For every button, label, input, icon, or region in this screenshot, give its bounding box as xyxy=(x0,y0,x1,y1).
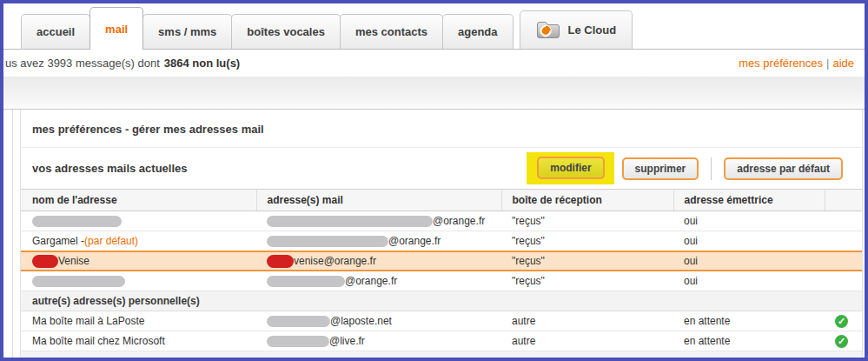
emitter-cell: oui xyxy=(673,231,825,252)
browser-screenshot-frame: accueil mail sms / mms boîtes vocales me… xyxy=(0,0,868,361)
redacted-mail-blob xyxy=(267,336,329,347)
toolbar-band xyxy=(3,77,865,110)
table-row-address-4[interactable]: @orange.fr "reçus" oui xyxy=(21,271,862,291)
header-mail: adresse(s) mail xyxy=(256,190,501,211)
table-header-row: nom de l'adresse adresse(s) mail boîte d… xyxy=(21,190,862,211)
header-status xyxy=(825,190,862,211)
address-actions: modifier supprimer adresse par défaut xyxy=(527,152,843,184)
reception-cell: autre xyxy=(501,331,673,351)
tab-mes-contacts-label: mes contacts xyxy=(355,25,427,38)
redacted-name-blob xyxy=(32,255,58,268)
section-title: vos adresses mails actuelles xyxy=(21,162,188,175)
aide-link[interactable]: aide xyxy=(832,57,854,70)
reception-cell: "reçus" xyxy=(501,211,673,231)
table-row-address-selected[interactable]: Venise venise@orange.fr "reçus" oui xyxy=(21,251,862,271)
tab-mail[interactable]: mail xyxy=(89,7,143,50)
modifier-button[interactable]: modifier xyxy=(537,157,604,179)
link-separator: | xyxy=(826,57,829,70)
tab-mail-label: mail xyxy=(105,23,128,36)
address-name: Gargamel - xyxy=(32,234,84,248)
table-row-address-default[interactable]: Gargamel - (par défaut) @orange.fr "reçu… xyxy=(21,231,862,252)
page-title: mes préférences - gérer mes adresses mai… xyxy=(21,110,862,147)
emitter-cell: oui xyxy=(673,211,825,231)
emitter-cell: oui xyxy=(673,271,825,291)
header-nom: nom de l'adresse xyxy=(21,190,256,211)
header-emettrice: adresse émettrice xyxy=(673,190,825,211)
mailbox-status-bar: us avez 3993 message(s) dont 3864 non lu… xyxy=(3,50,865,77)
tab-le-cloud[interactable]: Le Cloud xyxy=(520,10,633,49)
tab-boites-vocales-label: boîtes vocales xyxy=(247,25,325,38)
redacted-mail-blob xyxy=(267,316,330,327)
tab-accueil[interactable]: accueil xyxy=(21,14,90,49)
main-tab-bar: accueil mail sms / mms boîtes vocales me… xyxy=(3,3,865,50)
tab-agenda[interactable]: agenda xyxy=(442,14,514,49)
address-name: Venise xyxy=(58,254,89,268)
mes-preferences-link[interactable]: mes préférences xyxy=(739,57,823,70)
redacted-mail-blob xyxy=(267,276,345,287)
emitter-cell: en attente xyxy=(673,311,825,331)
redacted-mail-blob xyxy=(267,255,294,268)
tab-sms-mms[interactable]: sms / mms xyxy=(142,14,232,49)
addresses-table: nom de l'adresse adresse(s) mail boîte d… xyxy=(21,189,862,351)
redacted-name-blob xyxy=(32,276,125,287)
tab-agenda-label: agenda xyxy=(458,25,498,38)
verified-check-icon: ✓ xyxy=(835,335,848,348)
tab-sms-mms-label: sms / mms xyxy=(158,25,216,38)
mail-domain: @orange.fr xyxy=(388,234,441,248)
redacted-name-blob xyxy=(32,216,122,227)
panel-footer-strip xyxy=(21,351,862,358)
tab-accueil-label: accueil xyxy=(36,25,75,38)
reception-cell: autre xyxy=(501,311,673,331)
header-reception: boîte de réception xyxy=(501,190,673,211)
table-row-laposte[interactable]: Ma boîte mail à LaPoste @laposte.net aut… xyxy=(21,311,862,331)
cloud-folder-icon xyxy=(536,21,560,39)
group-header-label: autre(s) adresse(s) personnelle(s) xyxy=(21,291,862,311)
mail-address: venise@orange.fr xyxy=(294,254,376,268)
group-header-row: autre(s) adresse(s) personnelle(s) xyxy=(21,291,862,311)
reception-cell: "reçus" xyxy=(501,251,673,271)
tab-le-cloud-label: Le Cloud xyxy=(568,23,617,37)
status-links: mes préférences|aide xyxy=(739,57,854,70)
mail-domain: @orange.fr xyxy=(345,274,397,288)
current-addresses-section: vos adresses mails actuelles modifier su… xyxy=(21,147,862,189)
redacted-mail-blob xyxy=(267,216,433,227)
left-rail-divider xyxy=(12,110,13,358)
table-row-microsoft[interactable]: Ma boîte mail chez Microsoft @live.fr au… xyxy=(21,331,862,351)
adresse-par-defaut-button[interactable]: adresse par défaut xyxy=(724,157,843,180)
address-name: Ma boîte mail chez Microsoft xyxy=(21,331,256,351)
supprimer-button[interactable]: supprimer xyxy=(622,157,699,180)
redacted-mail-blob xyxy=(267,236,388,247)
mail-domain: @live.fr xyxy=(329,334,365,348)
table-row-address-1[interactable]: @orange.fr "reçus" oui xyxy=(21,211,862,231)
verified-check-icon: ✓ xyxy=(835,315,848,328)
message-count-text: us avez 3993 message(s) dont xyxy=(5,57,160,70)
main-content: mes préférences - gérer mes adresses mai… xyxy=(3,110,865,358)
tab-boites-vocales[interactable]: boîtes vocales xyxy=(231,14,341,49)
default-note: (par défaut) xyxy=(84,234,138,248)
preferences-panel: mes préférences - gérer mes adresses mai… xyxy=(20,110,863,358)
reception-cell: "reçus" xyxy=(501,271,673,291)
address-name: Ma boîte mail à LaPoste xyxy=(21,311,256,331)
button-divider xyxy=(711,157,712,180)
tab-mes-contacts[interactable]: mes contacts xyxy=(340,14,443,49)
mail-domain: @orange.fr xyxy=(433,214,485,228)
reception-cell: "reçus" xyxy=(501,231,673,252)
modifier-highlight: modifier xyxy=(527,152,613,184)
emitter-cell: en attente xyxy=(673,331,825,351)
emitter-cell: oui xyxy=(673,251,825,271)
mail-domain: @laposte.net xyxy=(330,314,392,328)
unread-count-text: 3864 non lu(s) xyxy=(164,57,240,70)
